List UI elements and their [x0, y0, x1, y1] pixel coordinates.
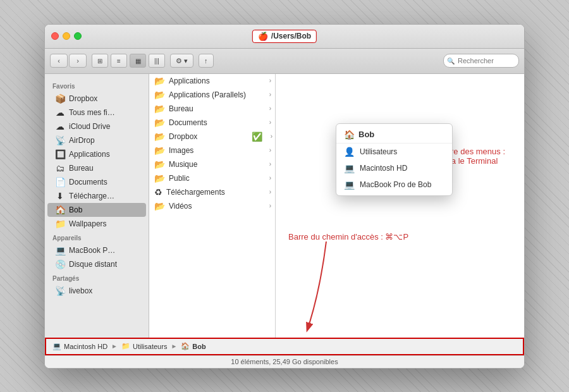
telechargements-label: Télécharge…: [69, 192, 114, 200]
folder-icon: 📂: [154, 76, 165, 86]
tous-icon: ☁: [55, 107, 65, 118]
arrow-icon: ›: [269, 175, 271, 181]
action-button[interactable]: ⚙ ▾: [170, 54, 193, 68]
bureau-icon: 🗂: [55, 163, 65, 173]
wallpapers-label: Wallpapers: [69, 219, 107, 228]
arrow-icon: ›: [269, 147, 271, 154]
close-button[interactable]: [51, 32, 59, 40]
apps-icon: 🔲: [55, 149, 65, 159]
path-separator-1: ►: [111, 343, 118, 350]
checkmark-icon: ✅: [252, 132, 262, 142]
file-item-bureau[interactable]: 📂 Bureau ›: [149, 102, 275, 116]
back-button[interactable]: ‹: [50, 54, 68, 68]
item-label: Applications: [169, 77, 210, 85]
forward-button[interactable]: ›: [69, 54, 87, 68]
file-item-applications[interactable]: 📂 Applications ›: [149, 74, 275, 88]
dropdown-item-utilisateurs[interactable]: 👤 Utilisateurs: [336, 144, 452, 160]
sidebar-item-livebox[interactable]: 📡 livebox: [47, 284, 146, 298]
pathbar: 💻 Macintosh HD ► 📁 Utilisateurs ► 🏠 Bob: [45, 338, 524, 355]
arrow-icon: ›: [269, 91, 271, 98]
window-title[interactable]: 🍎 /Users/Bob: [252, 30, 317, 43]
file-item-dropbox[interactable]: 📂 Dropbox ✅ ›: [149, 130, 275, 144]
title-text: /Users/Bob: [271, 32, 311, 40]
disque-label: Disque distant: [69, 260, 117, 269]
pathbar-utilisateurs[interactable]: 📁 Utilisateurs: [121, 342, 167, 350]
sidebar-item-dropbox[interactable]: 📦 Dropbox: [47, 92, 146, 106]
arrow-icon: ›: [269, 119, 271, 126]
search-icon: 🔍: [447, 58, 455, 64]
file-column: 📂 Applications › 📂 Applications (Paralle…: [149, 74, 276, 338]
item-label: Images: [169, 146, 193, 155]
arrow-icon: ›: [269, 77, 271, 84]
sidebar-item-bureau[interactable]: 🗂 Bureau: [47, 161, 146, 175]
sidebar-item-telechargements[interactable]: ⬇ Télécharge…: [47, 189, 146, 203]
view-column-btn[interactable]: ▦: [130, 54, 146, 68]
maximize-button[interactable]: [74, 32, 82, 40]
folder-icon: 📂: [154, 159, 165, 169]
item-label: Musique: [169, 160, 197, 169]
sidebar-item-documents[interactable]: 📄 Documents: [47, 175, 146, 189]
item-label: Applications (Parallels): [169, 90, 246, 99]
favorites-label: Favoris: [45, 79, 149, 92]
nav-buttons: ‹ ›: [50, 54, 87, 68]
search-wrapper: 🔍: [443, 54, 519, 68]
bob-home-icon: 🏠: [344, 130, 355, 140]
dropdown-item-macbook-pro[interactable]: 💻 MacBook Pro de Bob: [336, 176, 452, 193]
file-item-applications-parallels[interactable]: 📂 Applications (Parallels) ›: [149, 88, 275, 102]
path-separator-2: ►: [171, 343, 177, 350]
titlebar: 🍎 /Users/Bob: [45, 25, 524, 49]
sidebar-item-macbook[interactable]: 💻 MacBook P…: [47, 243, 146, 257]
file-item-telechargements[interactable]: ♻ Téléchargements ›: [149, 185, 275, 199]
file-item-videos[interactable]: 📂 Vidéos ›: [149, 199, 275, 213]
sidebar-item-airdrop[interactable]: 📡 AirDrop: [47, 133, 146, 147]
main-content: Favoris 📦 Dropbox ☁ Tous mes fi… ☁ iClou…: [45, 74, 524, 338]
documents-label: Documents: [69, 178, 107, 187]
action-arrow: ▾: [184, 57, 188, 65]
bureau-label: Bureau: [69, 164, 94, 173]
view-cover-btn[interactable]: |||: [149, 54, 165, 68]
macintosh-label: Macintosh HD: [360, 164, 407, 173]
file-item-musique[interactable]: 📂 Musique ›: [149, 157, 275, 171]
dropdown-item-macintosh[interactable]: 💻 Macintosh HD: [336, 160, 452, 176]
folder-icon: 📂: [154, 173, 165, 183]
pathbar-bob[interactable]: 🏠 Bob: [181, 342, 205, 350]
finder-window: 🍎 /Users/Bob ‹ › ⊞ ≡ ▦ ||| ⚙ ▾ ↑: [44, 24, 525, 369]
file-item-public[interactable]: 📂 Public ›: [149, 171, 275, 185]
macintosh-icon: 💻: [344, 163, 355, 173]
view-icon-btn[interactable]: ⊞: [92, 54, 108, 68]
sidebar-item-tous[interactable]: ☁ Tous mes fi…: [47, 106, 146, 119]
minimize-button[interactable]: [63, 32, 70, 40]
sidebar-item-wallpapers[interactable]: 📁 Wallpapers: [47, 217, 146, 231]
sidebar-item-icloud[interactable]: ☁ iCloud Drive: [47, 119, 146, 133]
telechargements-icon: ⬇: [55, 191, 65, 201]
item-label: Bureau: [169, 104, 193, 113]
bob-path-icon: 🏠: [181, 342, 190, 350]
macbook-icon: 💻: [55, 245, 65, 255]
view-list-btn[interactable]: ≡: [111, 54, 127, 68]
item-label: Téléchargements: [166, 188, 225, 197]
share-button[interactable]: ↑: [199, 54, 214, 68]
dropbox-icon: 📦: [55, 94, 65, 104]
sidebar-item-bob[interactable]: 🏠 Bob: [47, 203, 146, 217]
disque-icon: 💿: [55, 259, 65, 269]
apple-icon: 🍎: [258, 32, 268, 41]
item-label: Vidéos: [169, 202, 192, 211]
sidebar: Favoris 📦 Dropbox ☁ Tous mes fi… ☁ iClou…: [45, 74, 149, 338]
file-item-documents[interactable]: 📂 Documents ›: [149, 116, 275, 130]
arrow-icon: ›: [271, 133, 272, 140]
sidebar-item-disque[interactable]: 💿 Disque distant: [47, 257, 146, 271]
search-input[interactable]: [443, 54, 519, 68]
share-icon: ↑: [204, 57, 208, 64]
file-area: 📂 Applications › 📂 Applications (Paralle…: [149, 74, 524, 338]
sidebar-item-applications[interactable]: 🔲 Applications: [47, 147, 146, 161]
path-dropdown: 🏠 Bob 👤 Utilisateurs 💻 Macintosh HD 💻 Ma…: [336, 123, 453, 196]
appareils-label: Appareils: [45, 231, 149, 243]
utilisateurs-label: Utilisateurs: [360, 147, 397, 156]
icloud-icon: ☁: [55, 121, 65, 132]
file-item-images[interactable]: 📂 Images ›: [149, 144, 275, 157]
pathbar-macintosh[interactable]: 💻 Macintosh HD: [52, 342, 107, 350]
apps-label: Applications: [69, 150, 110, 159]
dropbox-label: Dropbox: [69, 94, 97, 103]
macbook-pro-label: MacBook Pro de Bob: [360, 180, 431, 189]
item-label: Documents: [169, 118, 207, 127]
